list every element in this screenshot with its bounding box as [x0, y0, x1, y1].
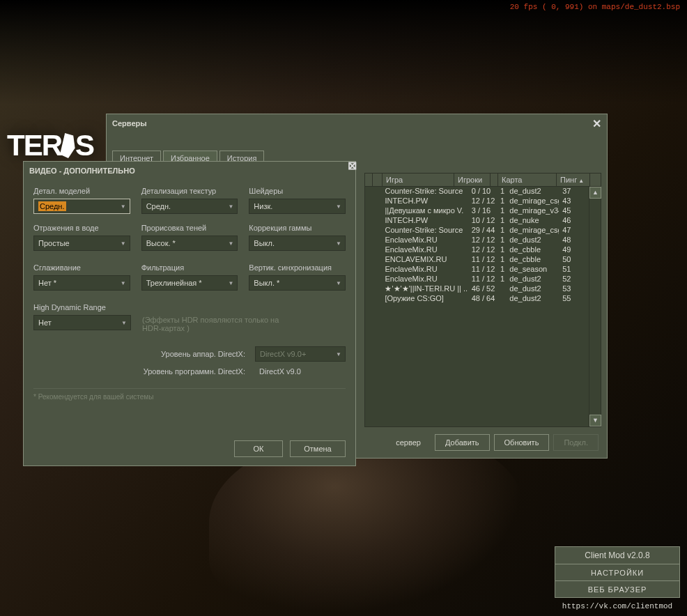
- col-password-icon[interactable]: [373, 174, 383, 186]
- chevron-down-icon: ▼: [228, 240, 233, 247]
- server-row[interactable]: EnclaveMix.RU11 / 121de_season51: [365, 265, 589, 275]
- label-gamma: Коррекция гаммы: [249, 224, 346, 232]
- label-dx-hardware: Уровень аппар. DirectX:: [33, 350, 245, 358]
- chevron-down-icon: ▼: [121, 280, 126, 286]
- col-bot-icon[interactable]: [491, 174, 498, 186]
- select-shadows[interactable]: Высок. *▼: [141, 236, 238, 251]
- server-row[interactable]: Counter-Strike: Source29 / 441de_mirage_…: [365, 226, 589, 236]
- select-water[interactable]: Простые▼: [33, 236, 130, 251]
- panel-url: https://vk.com/clientmod: [555, 602, 680, 610]
- col-latency-icon[interactable]: [365, 174, 373, 186]
- label-model-detail: Детал. моделей: [33, 187, 130, 195]
- clientmod-panel: Client Mod v2.0.8 НАСТРОЙКИ ВЕБ БРАУЗЕР …: [555, 546, 680, 610]
- video-title: ВИДЕО - ДОПОЛНИТЕЛЬНО: [29, 167, 135, 175]
- chevron-down-icon: ▼: [336, 351, 341, 357]
- label-texture-detail: Детализация текстур: [141, 187, 238, 195]
- select-filtering[interactable]: Трехлинейная *▼: [141, 275, 238, 291]
- col-map[interactable]: Карта: [498, 174, 557, 186]
- label-filtering: Фильтрация: [141, 263, 238, 272]
- cancel-button[interactable]: Отмена: [290, 440, 346, 457]
- server-row[interactable]: INTECH.PW10 / 121de_nuke46: [365, 216, 589, 226]
- chevron-down-icon: ▼: [336, 203, 341, 210]
- server-row[interactable]: Counter-Strike: Source0 / 101de_dust237: [365, 187, 589, 197]
- select-hdr[interactable]: Нет▼: [33, 315, 131, 330]
- servers-title: Серверы: [112, 119, 147, 128]
- label-dx-software: Уровень программн. DirectX:: [33, 367, 245, 376]
- server-row[interactable]: INTECH.PW12 / 121de_mirage_csgo43: [365, 197, 589, 206]
- scrollbar[interactable]: ▲ ▼: [589, 187, 601, 426]
- chevron-down-icon: ▼: [121, 320, 127, 326]
- server-list-header: Игра Игроки Карта Пинг▲: [365, 174, 601, 187]
- col-ping[interactable]: Пинг▲: [557, 174, 590, 186]
- recommended-footnote: * Рекомендуется для вашей системы: [33, 388, 346, 401]
- label-hdr: High Dynamic Range: [33, 303, 131, 311]
- video-content: Детал. моделей Средн.▼ Детализация текст…: [24, 180, 355, 409]
- select-gamma[interactable]: Выкл.▼: [249, 236, 346, 251]
- scroll-down-icon[interactable]: ▼: [589, 415, 601, 426]
- server-row[interactable]: [Оружие CS:GO]48 / 64de_dust255: [365, 294, 589, 304]
- fps-counter: 20 fps ( 0, 991) on maps/de_dust2.bsp: [510, 3, 680, 11]
- connect-button[interactable]: Подкл.: [553, 434, 599, 451]
- select-dx-hardware: DirectX v9.0+▼: [255, 346, 346, 362]
- video-advanced-window: ВИДЕО - ДОПОЛНИТЕЛЬНО ⊠ Детал. моделей С…: [23, 161, 356, 466]
- server-row[interactable]: ENCLAVEMIX.RU11 / 121de_cbble50: [365, 255, 589, 265]
- sort-asc-icon: ▲: [578, 178, 584, 184]
- col-game[interactable]: Игра: [383, 174, 454, 186]
- label-shadows: Прорисовка теней: [141, 224, 238, 232]
- select-vsync[interactable]: Выкл. *▼: [249, 275, 346, 291]
- col-players[interactable]: Игроки: [454, 174, 491, 186]
- bg-vignette: [0, 0, 687, 105]
- web-browser-button[interactable]: ВЕБ БРАУЗЕР: [555, 581, 680, 598]
- servers-button-row: сервер Добавить Обновить Подкл.: [386, 434, 599, 451]
- logo-title-fragment: TER: [7, 129, 61, 162]
- chevron-down-icon: ▼: [121, 203, 126, 210]
- value-dx-software: DirectX v9.0: [255, 367, 346, 376]
- video-button-row: ОК Отмена: [234, 440, 346, 457]
- select-texture-detail[interactable]: Средн.▼: [141, 199, 238, 214]
- server-list-panel: Игра Игроки Карта Пинг▲ Counter-Strike: …: [364, 173, 601, 427]
- add-server-button[interactable]: Добавить: [435, 434, 490, 451]
- scroll-up-icon[interactable]: ▲: [589, 187, 601, 199]
- server-row[interactable]: EnclaveMix.RU11 / 121de_dust252: [365, 275, 589, 284]
- server-row[interactable]: ||Девушкам с микро V.3 / 161de_mirage_v3…: [365, 206, 589, 216]
- chevron-down-icon: ▼: [121, 240, 126, 247]
- select-model-detail[interactable]: Средн.▼: [33, 199, 130, 214]
- chevron-down-icon: ▼: [228, 280, 233, 286]
- settings-button[interactable]: НАСТРОЙКИ: [555, 564, 680, 581]
- server-row[interactable]: ★'★'★'||IN-TERI.RU || ...46 / 52de_dust2…: [365, 284, 589, 294]
- close-icon[interactable]: ⊠: [346, 159, 358, 171]
- server-row[interactable]: EnclaveMix.RU12 / 121de_cbble49: [365, 245, 589, 255]
- server-row[interactable]: EnclaveMix.RU12 / 121de_dust248: [365, 236, 589, 245]
- chevron-down-icon: ▼: [336, 280, 341, 286]
- ok-button[interactable]: ОК: [234, 440, 283, 457]
- server-list[interactable]: Counter-Strike: Source0 / 101de_dust237I…: [365, 187, 589, 426]
- label-aa: Сглаживание: [33, 263, 130, 272]
- label-vsync: Вертик. синхронизация: [249, 263, 346, 272]
- hdr-note: (Эффекты HDR появляются только на HDR-ка…: [142, 316, 288, 332]
- panel-title: Client Mod v2.0.8: [555, 546, 680, 564]
- chevron-down-icon: ▼: [336, 240, 341, 247]
- select-aa[interactable]: Нет *▼: [33, 275, 130, 291]
- video-title-bar[interactable]: ВИДЕО - ДОПОЛНИТЕЛЬНО ⊠: [24, 162, 355, 180]
- label-server: сервер: [386, 434, 431, 451]
- chevron-down-icon: ▼: [228, 203, 233, 210]
- label-shaders: Шейдеры: [249, 187, 346, 195]
- close-icon[interactable]: ✕: [590, 117, 603, 130]
- label-water: Отражения в воде: [33, 224, 130, 232]
- refresh-button[interactable]: Обновить: [494, 434, 550, 451]
- select-shaders[interactable]: Низк.▼: [249, 199, 346, 214]
- servers-title-bar[interactable]: Серверы ✕: [107, 114, 607, 132]
